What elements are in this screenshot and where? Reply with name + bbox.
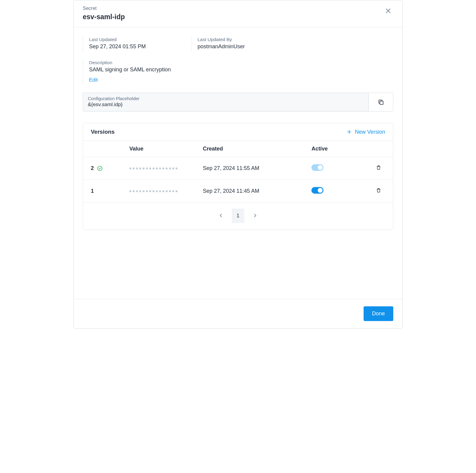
current-page[interactable]: 1 <box>232 209 244 223</box>
config-placeholder-value: &{esv.saml.idp} <box>88 102 364 108</box>
config-placeholder-main: Configuration Placeholder &{esv.saml.idp… <box>83 93 368 111</box>
page-title: esv-saml-idp <box>83 13 125 21</box>
col-header-number <box>83 141 125 157</box>
active-toggle[interactable] <box>311 187 323 194</box>
plus-icon <box>347 129 352 135</box>
created-cell: Sep 27, 2024 11:55 AM <box>198 157 307 180</box>
prev-page-button[interactable] <box>217 211 225 221</box>
versions-table: Value Created Active 2 <box>83 141 393 203</box>
svg-point-5 <box>98 166 102 171</box>
modal-header: Secret esv-saml-idp <box>74 0 402 27</box>
config-placeholder-box: Configuration Placeholder &{esv.saml.idp… <box>83 93 393 112</box>
table-row: 2 Sep 27, 2024 11:55 AM <box>83 157 393 180</box>
delete-version-button[interactable] <box>376 187 381 194</box>
version-number-cell: 1 <box>91 188 120 194</box>
new-version-label: New Version <box>355 129 385 135</box>
meta-section: Last Updated Sep 27, 2024 01:55 PM Last … <box>74 27 402 85</box>
trash-icon <box>376 165 381 171</box>
description-value: SAML signing or SAML encryption <box>89 67 387 73</box>
secret-detail-modal: Secret esv-saml-idp Last Updated Sep 27,… <box>73 0 403 329</box>
chevron-right-icon <box>253 213 257 218</box>
last-updated-label: Last Updated <box>89 37 185 42</box>
eyebrow-label: Secret <box>83 6 125 11</box>
meta-row: Last Updated Sep 27, 2024 01:55 PM Last … <box>83 36 393 52</box>
table-row: 1 Sep 27, 2024 11:45 AM <box>83 180 393 203</box>
pagination: 1 <box>83 203 393 230</box>
masked-value <box>129 168 193 169</box>
last-updated-by-label: Last Updated By <box>198 37 245 42</box>
created-cell: Sep 27, 2024 11:45 AM <box>198 180 307 203</box>
description-label: Description <box>89 60 387 65</box>
config-placeholder-label: Configuration Placeholder <box>88 96 364 101</box>
done-button[interactable]: Done <box>364 306 393 321</box>
verified-check-icon <box>97 165 103 171</box>
version-number: 2 <box>91 165 94 171</box>
modal-footer: Done <box>74 299 402 328</box>
versions-header: Versions New Version <box>83 123 393 141</box>
last-updated-value: Sep 27, 2024 01:55 PM <box>89 43 185 50</box>
meta-last-updated: Last Updated Sep 27, 2024 01:55 PM <box>83 36 191 52</box>
next-page-button[interactable] <box>251 211 259 221</box>
chevron-left-icon <box>219 213 223 218</box>
versions-card: Versions New Version Value Created Activ… <box>83 123 393 230</box>
copy-icon <box>378 99 384 106</box>
close-button[interactable] <box>383 6 393 17</box>
header-titles: Secret esv-saml-idp <box>83 6 125 21</box>
last-updated-by-value: postmanAdminUser <box>198 43 245 50</box>
close-icon <box>385 7 391 14</box>
new-version-button[interactable]: New Version <box>347 129 385 135</box>
delete-version-button[interactable] <box>376 165 381 171</box>
trash-icon <box>376 187 381 193</box>
svg-rect-2 <box>380 101 383 104</box>
edit-description-link[interactable]: Edit <box>89 77 98 83</box>
masked-value <box>129 190 193 192</box>
version-number-cell: 2 <box>91 165 120 171</box>
meta-description: Description SAML signing or SAML encrypt… <box>83 59 393 85</box>
col-header-active: Active <box>307 141 364 157</box>
active-toggle[interactable] <box>311 164 323 171</box>
col-header-value: Value <box>125 141 198 157</box>
versions-title: Versions <box>91 129 115 135</box>
col-header-actions <box>364 141 393 157</box>
meta-last-updated-by: Last Updated By postmanAdminUser <box>191 36 251 52</box>
version-number: 1 <box>91 188 94 194</box>
copy-placeholder-button[interactable] <box>368 93 393 111</box>
col-header-created: Created <box>198 141 307 157</box>
